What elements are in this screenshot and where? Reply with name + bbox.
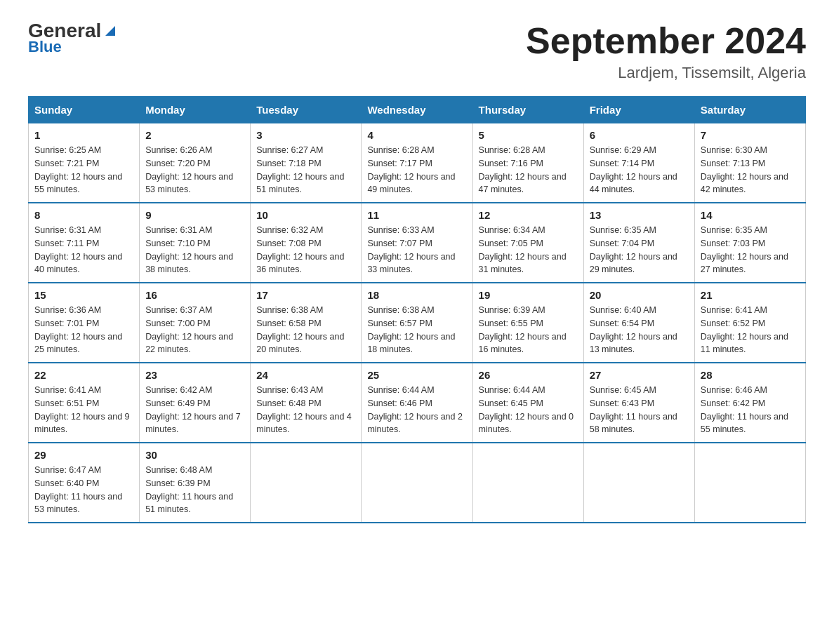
calendar-cell: 25 Sunrise: 6:44 AMSunset: 6:46 PMDaylig… (362, 363, 472, 443)
day-number: 21 (701, 289, 800, 301)
calendar-cell: 18 Sunrise: 6:38 AMSunset: 6:57 PMDaylig… (362, 283, 472, 363)
svg-marker-0 (105, 26, 115, 36)
day-number: 30 (145, 449, 244, 461)
calendar-cell: 22 Sunrise: 6:41 AMSunset: 6:51 PMDaylig… (29, 363, 140, 443)
day-number: 9 (145, 209, 244, 221)
calendar-week-row: 15 Sunrise: 6:36 AMSunset: 7:01 PMDaylig… (29, 283, 806, 363)
calendar-cell: 6 Sunrise: 6:29 AMSunset: 7:14 PMDayligh… (583, 123, 694, 203)
calendar-cell: 7 Sunrise: 6:30 AMSunset: 7:13 PMDayligh… (694, 123, 805, 203)
calendar-cell (251, 443, 362, 523)
weekday-header-friday: Friday (583, 97, 694, 123)
day-info: Sunrise: 6:29 AMSunset: 7:14 PMDaylight:… (590, 144, 689, 196)
page-header: General Blue September 2024 Lardjem, Tis… (28, 21, 806, 82)
calendar-cell: 16 Sunrise: 6:37 AMSunset: 7:00 PMDaylig… (140, 283, 251, 363)
day-info: Sunrise: 6:32 AMSunset: 7:08 PMDaylight:… (256, 224, 355, 276)
calendar-cell: 21 Sunrise: 6:41 AMSunset: 6:52 PMDaylig… (694, 283, 805, 363)
weekday-header-wednesday: Wednesday (362, 97, 472, 123)
weekday-header-thursday: Thursday (472, 97, 583, 123)
day-info: Sunrise: 6:43 AMSunset: 6:48 PMDaylight:… (256, 384, 355, 436)
calendar-cell: 5 Sunrise: 6:28 AMSunset: 7:16 PMDayligh… (472, 123, 583, 203)
calendar-cell: 4 Sunrise: 6:28 AMSunset: 7:17 PMDayligh… (362, 123, 472, 203)
calendar-cell: 3 Sunrise: 6:27 AMSunset: 7:18 PMDayligh… (251, 123, 362, 203)
calendar-cell: 15 Sunrise: 6:36 AMSunset: 7:01 PMDaylig… (29, 283, 140, 363)
day-info: Sunrise: 6:38 AMSunset: 6:58 PMDaylight:… (256, 304, 355, 356)
day-info: Sunrise: 6:31 AMSunset: 7:10 PMDaylight:… (145, 224, 244, 276)
weekday-header-sunday: Sunday (29, 97, 140, 123)
day-info: Sunrise: 6:46 AMSunset: 6:42 PMDaylight:… (701, 384, 800, 436)
day-number: 29 (34, 449, 133, 461)
day-info: Sunrise: 6:38 AMSunset: 6:57 PMDaylight:… (367, 304, 466, 356)
day-number: 2 (145, 129, 244, 141)
calendar-week-row: 29 Sunrise: 6:47 AMSunset: 6:40 PMDaylig… (29, 443, 806, 523)
location-subtitle: Lardjem, Tissemsilt, Algeria (526, 64, 806, 82)
calendar-cell: 13 Sunrise: 6:35 AMSunset: 7:04 PMDaylig… (583, 203, 694, 283)
calendar-cell (472, 443, 583, 523)
day-info: Sunrise: 6:39 AMSunset: 6:55 PMDaylight:… (479, 304, 578, 356)
day-number: 17 (256, 289, 355, 301)
day-number: 18 (367, 289, 466, 301)
calendar-cell: 8 Sunrise: 6:31 AMSunset: 7:11 PMDayligh… (29, 203, 140, 283)
day-info: Sunrise: 6:27 AMSunset: 7:18 PMDaylight:… (256, 144, 355, 196)
day-info: Sunrise: 6:48 AMSunset: 6:39 PMDaylight:… (145, 464, 244, 516)
day-number: 6 (590, 129, 689, 141)
day-info: Sunrise: 6:44 AMSunset: 6:45 PMDaylight:… (479, 384, 578, 436)
day-info: Sunrise: 6:28 AMSunset: 7:16 PMDaylight:… (479, 144, 578, 196)
calendar-cell: 1 Sunrise: 6:25 AMSunset: 7:21 PMDayligh… (29, 123, 140, 203)
calendar-cell: 29 Sunrise: 6:47 AMSunset: 6:40 PMDaylig… (29, 443, 140, 523)
calendar-cell: 20 Sunrise: 6:40 AMSunset: 6:54 PMDaylig… (583, 283, 694, 363)
day-info: Sunrise: 6:34 AMSunset: 7:05 PMDaylight:… (479, 224, 578, 276)
logo: General Blue (28, 21, 118, 56)
day-number: 8 (34, 209, 133, 221)
day-number: 25 (367, 369, 466, 381)
calendar-cell (362, 443, 472, 523)
day-number: 27 (590, 369, 689, 381)
calendar-cell: 27 Sunrise: 6:45 AMSunset: 6:43 PMDaylig… (583, 363, 694, 443)
day-number: 15 (34, 289, 133, 301)
day-number: 19 (479, 289, 578, 301)
calendar-cell: 24 Sunrise: 6:43 AMSunset: 6:48 PMDaylig… (251, 363, 362, 443)
calendar-header-row: SundayMondayTuesdayWednesdayThursdayFrid… (29, 97, 806, 123)
logo-blue: Blue (28, 38, 62, 56)
title-block: September 2024 Lardjem, Tissemsilt, Alge… (526, 21, 806, 82)
day-number: 3 (256, 129, 355, 141)
calendar-cell: 30 Sunrise: 6:48 AMSunset: 6:39 PMDaylig… (140, 443, 251, 523)
day-number: 16 (145, 289, 244, 301)
day-number: 24 (256, 369, 355, 381)
day-number: 5 (479, 129, 578, 141)
calendar-cell (583, 443, 694, 523)
calendar-table: SundayMondayTuesdayWednesdayThursdayFrid… (28, 96, 806, 523)
day-number: 22 (34, 369, 133, 381)
calendar-cell: 17 Sunrise: 6:38 AMSunset: 6:58 PMDaylig… (251, 283, 362, 363)
day-info: Sunrise: 6:35 AMSunset: 7:03 PMDaylight:… (701, 224, 800, 276)
day-number: 26 (479, 369, 578, 381)
calendar-cell: 11 Sunrise: 6:33 AMSunset: 7:07 PMDaylig… (362, 203, 472, 283)
calendar-cell: 23 Sunrise: 6:42 AMSunset: 6:49 PMDaylig… (140, 363, 251, 443)
calendar-cell: 19 Sunrise: 6:39 AMSunset: 6:55 PMDaylig… (472, 283, 583, 363)
calendar-cell: 12 Sunrise: 6:34 AMSunset: 7:05 PMDaylig… (472, 203, 583, 283)
weekday-header-monday: Monday (140, 97, 251, 123)
day-number: 7 (701, 129, 800, 141)
day-info: Sunrise: 6:41 AMSunset: 6:52 PMDaylight:… (701, 304, 800, 356)
day-number: 4 (367, 129, 466, 141)
calendar-week-row: 1 Sunrise: 6:25 AMSunset: 7:21 PMDayligh… (29, 123, 806, 203)
day-info: Sunrise: 6:45 AMSunset: 6:43 PMDaylight:… (590, 384, 689, 436)
day-info: Sunrise: 6:31 AMSunset: 7:11 PMDaylight:… (34, 224, 133, 276)
calendar-week-row: 8 Sunrise: 6:31 AMSunset: 7:11 PMDayligh… (29, 203, 806, 283)
day-info: Sunrise: 6:33 AMSunset: 7:07 PMDaylight:… (367, 224, 466, 276)
calendar-cell: 2 Sunrise: 6:26 AMSunset: 7:20 PMDayligh… (140, 123, 251, 203)
day-info: Sunrise: 6:26 AMSunset: 7:20 PMDaylight:… (145, 144, 244, 196)
day-info: Sunrise: 6:42 AMSunset: 6:49 PMDaylight:… (145, 384, 244, 436)
day-number: 23 (145, 369, 244, 381)
weekday-header-tuesday: Tuesday (251, 97, 362, 123)
calendar-cell: 28 Sunrise: 6:46 AMSunset: 6:42 PMDaylig… (694, 363, 805, 443)
day-info: Sunrise: 6:28 AMSunset: 7:17 PMDaylight:… (367, 144, 466, 196)
weekday-header-saturday: Saturday (694, 97, 805, 123)
day-info: Sunrise: 6:47 AMSunset: 6:40 PMDaylight:… (34, 464, 133, 516)
day-info: Sunrise: 6:35 AMSunset: 7:04 PMDaylight:… (590, 224, 689, 276)
day-info: Sunrise: 6:37 AMSunset: 7:00 PMDaylight:… (145, 304, 244, 356)
day-number: 12 (479, 209, 578, 221)
calendar-cell: 14 Sunrise: 6:35 AMSunset: 7:03 PMDaylig… (694, 203, 805, 283)
calendar-cell: 26 Sunrise: 6:44 AMSunset: 6:45 PMDaylig… (472, 363, 583, 443)
day-number: 13 (590, 209, 689, 221)
day-info: Sunrise: 6:30 AMSunset: 7:13 PMDaylight:… (701, 144, 800, 196)
